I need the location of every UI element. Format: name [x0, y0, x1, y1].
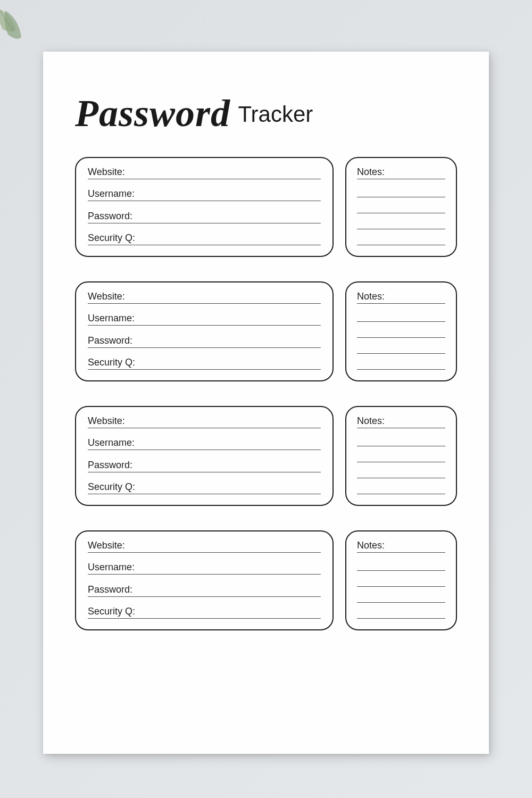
- title-sans-word: Tracker: [238, 102, 313, 127]
- username-field[interactable]: Username:: [88, 437, 321, 450]
- note-line[interactable]: [357, 306, 445, 322]
- username-field[interactable]: Username:: [88, 562, 321, 575]
- credentials-box: Website: Username: Password: Security Q:: [75, 406, 334, 506]
- credentials-box: Website: Username: Password: Security Q:: [75, 157, 334, 257]
- username-label: Username:: [88, 562, 135, 573]
- username-field[interactable]: Username:: [88, 188, 321, 201]
- note-line[interactable]: [357, 603, 445, 619]
- notes-label: Notes:: [357, 291, 445, 304]
- paper-sheet: Password Tracker Website: Username: Pass…: [43, 52, 489, 754]
- password-label: Password:: [88, 460, 132, 471]
- note-line[interactable]: [357, 555, 445, 571]
- entries-list: Website: Username: Password: Security Q:…: [69, 157, 463, 630]
- username-label: Username:: [88, 313, 135, 324]
- entry-row: Website: Username: Password: Security Q:…: [75, 281, 457, 381]
- entry-row: Website: Username: Password: Security Q:…: [75, 406, 457, 506]
- entry-row: Website: Username: Password: Security Q:…: [75, 530, 457, 630]
- website-label: Website:: [88, 291, 125, 302]
- security-question-label: Security Q:: [88, 232, 135, 244]
- note-line[interactable]: [357, 571, 445, 587]
- note-line[interactable]: [357, 322, 445, 338]
- note-line[interactable]: [357, 587, 445, 603]
- username-label: Username:: [88, 188, 135, 200]
- security-question-label: Security Q:: [88, 481, 135, 493]
- password-field[interactable]: Password:: [88, 211, 321, 223]
- note-line[interactable]: [357, 446, 445, 462]
- leaf-decoration-icon: [0, 5, 32, 53]
- note-line[interactable]: [357, 229, 445, 245]
- note-line[interactable]: [357, 430, 445, 446]
- website-label: Website:: [88, 415, 125, 427]
- note-line[interactable]: [357, 197, 445, 213]
- security-question-field[interactable]: Security Q:: [88, 481, 321, 494]
- credentials-box: Website: Username: Password: Security Q:: [75, 281, 334, 381]
- page-title: Password Tracker: [69, 92, 463, 136]
- website-field[interactable]: Website:: [88, 415, 321, 428]
- username-label: Username:: [88, 437, 135, 448]
- password-field[interactable]: Password:: [88, 335, 321, 348]
- security-question-label: Security Q:: [88, 606, 135, 617]
- notes-box: Notes:: [345, 157, 457, 257]
- website-label: Website:: [88, 167, 125, 178]
- security-question-field[interactable]: Security Q:: [88, 357, 321, 370]
- security-question-field[interactable]: Security Q:: [88, 606, 321, 619]
- note-line[interactable]: [357, 181, 445, 197]
- notes-label: Notes:: [357, 540, 445, 553]
- security-question-label: Security Q:: [88, 357, 135, 368]
- entry-row: Website: Username: Password: Security Q:…: [75, 157, 457, 257]
- password-label: Password:: [88, 584, 132, 595]
- password-field[interactable]: Password:: [88, 460, 321, 472]
- credentials-box: Website: Username: Password: Security Q:: [75, 530, 334, 630]
- note-line[interactable]: [357, 338, 445, 354]
- username-field[interactable]: Username:: [88, 313, 321, 326]
- notes-box: Notes:: [345, 530, 457, 630]
- notes-label: Notes:: [357, 167, 445, 179]
- security-question-field[interactable]: Security Q:: [88, 232, 321, 245]
- password-label: Password:: [88, 335, 132, 346]
- title-script-word: Password: [75, 92, 230, 135]
- notes-box: Notes:: [345, 406, 457, 506]
- note-line[interactable]: [357, 478, 445, 494]
- note-line[interactable]: [357, 354, 445, 370]
- note-line[interactable]: [357, 462, 445, 478]
- notes-label: Notes:: [357, 415, 445, 428]
- website-field[interactable]: Website:: [88, 291, 321, 304]
- website-field[interactable]: Website:: [88, 540, 321, 553]
- website-label: Website:: [88, 540, 125, 551]
- password-label: Password:: [88, 211, 132, 222]
- note-line[interactable]: [357, 213, 445, 229]
- password-field[interactable]: Password:: [88, 584, 321, 597]
- website-field[interactable]: Website:: [88, 167, 321, 179]
- notes-box: Notes:: [345, 281, 457, 381]
